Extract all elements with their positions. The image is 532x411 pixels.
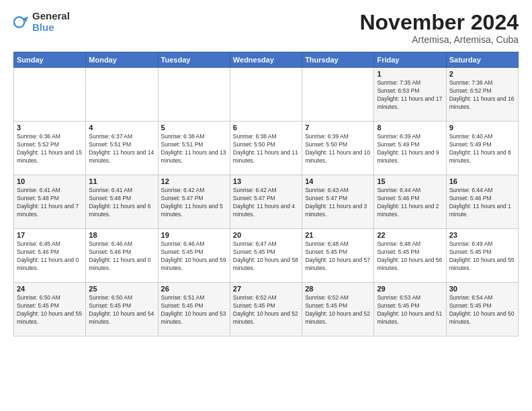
- calendar-body: 1Sunrise: 7:35 AM Sunset: 6:53 PM Daylig…: [14, 68, 519, 336]
- calendar-cell: 15Sunrise: 6:44 AM Sunset: 5:46 PM Dayli…: [374, 175, 446, 229]
- header-thursday: Thursday: [302, 52, 374, 68]
- day-info: Sunrise: 6:49 AM Sunset: 5:45 PM Dayligh…: [449, 240, 515, 273]
- calendar-week-0: 1Sunrise: 7:35 AM Sunset: 6:53 PM Daylig…: [14, 68, 519, 122]
- header-monday: Monday: [86, 52, 158, 68]
- calendar-cell: 18Sunrise: 6:46 AM Sunset: 5:46 PM Dayli…: [86, 229, 158, 283]
- day-info: Sunrise: 6:42 AM Sunset: 5:47 PM Dayligh…: [233, 187, 299, 219]
- header-wednesday: Wednesday: [230, 52, 302, 68]
- calendar-cell: 14Sunrise: 6:43 AM Sunset: 5:47 PM Dayli…: [302, 175, 374, 229]
- calendar-cell: [14, 68, 86, 122]
- day-number: 21: [305, 231, 371, 239]
- day-number: 23: [449, 231, 515, 239]
- day-number: 2: [449, 70, 515, 78]
- calendar-cell: [86, 68, 158, 122]
- day-number: 7: [305, 124, 371, 132]
- day-number: 16: [449, 177, 515, 185]
- calendar-cell: 25Sunrise: 6:50 AM Sunset: 5:45 PM Dayli…: [86, 283, 158, 336]
- day-number: 28: [305, 285, 371, 293]
- day-number: 19: [161, 231, 227, 239]
- page: General Blue November 2024 Artemisa, Art…: [0, 0, 532, 411]
- day-number: 11: [89, 177, 154, 185]
- calendar-cell: 7Sunrise: 6:39 AM Sunset: 5:50 PM Daylig…: [302, 122, 374, 175]
- calendar-cell: 5Sunrise: 6:38 AM Sunset: 5:51 PM Daylig…: [158, 122, 230, 175]
- day-info: Sunrise: 6:38 AM Sunset: 5:50 PM Dayligh…: [233, 133, 299, 165]
- header-saturday: Saturday: [446, 52, 518, 68]
- calendar-week-2: 10Sunrise: 6:41 AM Sunset: 5:48 PM Dayli…: [14, 175, 519, 229]
- day-number: 14: [305, 177, 371, 185]
- day-info: Sunrise: 6:39 AM Sunset: 5:50 PM Dayligh…: [305, 133, 371, 165]
- header-tuesday: Tuesday: [158, 52, 230, 68]
- calendar-cell: 1Sunrise: 7:35 AM Sunset: 6:53 PM Daylig…: [374, 68, 446, 122]
- calendar-cell: 21Sunrise: 6:48 AM Sunset: 5:45 PM Dayli…: [302, 229, 374, 283]
- header: General Blue November 2024 Artemisa, Art…: [13, 11, 519, 45]
- calendar-week-1: 3Sunrise: 6:36 AM Sunset: 5:52 PM Daylig…: [14, 122, 519, 175]
- day-info: Sunrise: 6:39 AM Sunset: 5:49 PM Dayligh…: [377, 133, 443, 165]
- calendar-cell: 23Sunrise: 6:49 AM Sunset: 5:45 PM Dayli…: [446, 229, 518, 283]
- calendar-cell: 30Sunrise: 6:54 AM Sunset: 5:45 PM Dayli…: [446, 283, 518, 336]
- day-number: 22: [377, 231, 443, 239]
- calendar-cell: 8Sunrise: 6:39 AM Sunset: 5:49 PM Daylig…: [374, 122, 446, 175]
- calendar-week-3: 17Sunrise: 6:45 AM Sunset: 5:46 PM Dayli…: [14, 229, 519, 283]
- calendar-cell: 9Sunrise: 6:40 AM Sunset: 5:49 PM Daylig…: [446, 122, 518, 175]
- logo: General Blue: [13, 11, 70, 33]
- calendar-cell: 27Sunrise: 6:52 AM Sunset: 5:45 PM Dayli…: [230, 283, 302, 336]
- day-info: Sunrise: 6:41 AM Sunset: 5:48 PM Dayligh…: [17, 187, 83, 219]
- calendar-cell: 12Sunrise: 6:42 AM Sunset: 5:47 PM Dayli…: [158, 175, 230, 229]
- calendar-cell: 13Sunrise: 6:42 AM Sunset: 5:47 PM Dayli…: [230, 175, 302, 229]
- calendar-cell: 3Sunrise: 6:36 AM Sunset: 5:52 PM Daylig…: [14, 122, 86, 175]
- logo-icon: [13, 14, 30, 30]
- calendar-cell: 19Sunrise: 6:46 AM Sunset: 5:45 PM Dayli…: [158, 229, 230, 283]
- calendar-cell: 24Sunrise: 6:50 AM Sunset: 5:45 PM Dayli…: [14, 283, 86, 336]
- day-number: 25: [89, 285, 154, 293]
- calendar-cell: 17Sunrise: 6:45 AM Sunset: 5:46 PM Dayli…: [14, 229, 86, 283]
- header-friday: Friday: [374, 52, 446, 68]
- day-info: Sunrise: 6:54 AM Sunset: 5:45 PM Dayligh…: [449, 294, 515, 326]
- svg-point-0: [14, 17, 24, 27]
- calendar-cell: 16Sunrise: 6:44 AM Sunset: 5:46 PM Dayli…: [446, 175, 518, 229]
- day-info: Sunrise: 6:50 AM Sunset: 5:45 PM Dayligh…: [89, 294, 154, 326]
- day-number: 5: [161, 124, 227, 132]
- calendar-cell: 29Sunrise: 6:53 AM Sunset: 5:45 PM Dayli…: [374, 283, 446, 336]
- day-info: Sunrise: 6:53 AM Sunset: 5:45 PM Dayligh…: [377, 294, 443, 326]
- day-info: Sunrise: 6:48 AM Sunset: 5:45 PM Dayligh…: [377, 240, 443, 273]
- calendar-title: November 2024: [359, 11, 519, 34]
- day-info: Sunrise: 6:46 AM Sunset: 5:45 PM Dayligh…: [161, 240, 227, 273]
- day-info: Sunrise: 6:36 AM Sunset: 5:52 PM Dayligh…: [17, 133, 83, 165]
- day-info: Sunrise: 6:38 AM Sunset: 5:51 PM Dayligh…: [161, 133, 227, 165]
- day-number: 17: [17, 231, 83, 239]
- day-number: 26: [161, 285, 227, 293]
- calendar-cell: [302, 68, 374, 122]
- calendar-cell: 26Sunrise: 6:51 AM Sunset: 5:45 PM Dayli…: [158, 283, 230, 336]
- calendar-week-4: 24Sunrise: 6:50 AM Sunset: 5:45 PM Dayli…: [14, 283, 519, 336]
- calendar-cell: 20Sunrise: 6:47 AM Sunset: 5:45 PM Dayli…: [230, 229, 302, 283]
- calendar-table: Sunday Monday Tuesday Wednesday Thursday…: [13, 52, 519, 336]
- day-number: 30: [449, 285, 515, 293]
- day-number: 27: [233, 285, 299, 293]
- day-number: 24: [17, 285, 83, 293]
- day-info: Sunrise: 7:35 AM Sunset: 6:53 PM Dayligh…: [377, 79, 443, 111]
- calendar-cell: 28Sunrise: 6:52 AM Sunset: 5:45 PM Dayli…: [302, 283, 374, 336]
- day-info: Sunrise: 6:52 AM Sunset: 5:45 PM Dayligh…: [305, 294, 371, 326]
- calendar-subtitle: Artemisa, Artemisa, Cuba: [359, 34, 519, 45]
- day-info: Sunrise: 6:41 AM Sunset: 5:48 PM Dayligh…: [89, 187, 154, 219]
- day-number: 6: [233, 124, 299, 132]
- day-info: Sunrise: 6:46 AM Sunset: 5:46 PM Dayligh…: [89, 240, 154, 273]
- logo-blue: Blue: [32, 22, 70, 34]
- day-info: Sunrise: 6:44 AM Sunset: 5:46 PM Dayligh…: [377, 187, 443, 219]
- day-info: Sunrise: 6:48 AM Sunset: 5:45 PM Dayligh…: [305, 240, 371, 273]
- day-number: 20: [233, 231, 299, 239]
- day-info: Sunrise: 6:52 AM Sunset: 5:45 PM Dayligh…: [233, 294, 299, 326]
- day-number: 8: [377, 124, 443, 132]
- day-info: Sunrise: 6:47 AM Sunset: 5:45 PM Dayligh…: [233, 240, 299, 273]
- calendar-header: Sunday Monday Tuesday Wednesday Thursday…: [14, 52, 519, 68]
- day-number: 15: [377, 177, 443, 185]
- header-row: Sunday Monday Tuesday Wednesday Thursday…: [14, 52, 519, 68]
- day-number: 13: [233, 177, 299, 185]
- day-number: 18: [89, 231, 154, 239]
- calendar-cell: 4Sunrise: 6:37 AM Sunset: 5:51 PM Daylig…: [86, 122, 158, 175]
- day-info: Sunrise: 6:45 AM Sunset: 5:46 PM Dayligh…: [17, 240, 83, 273]
- day-number: 9: [449, 124, 515, 132]
- day-info: Sunrise: 6:50 AM Sunset: 5:45 PM Dayligh…: [17, 294, 83, 326]
- day-number: 3: [17, 124, 83, 132]
- calendar-cell: 22Sunrise: 6:48 AM Sunset: 5:45 PM Dayli…: [374, 229, 446, 283]
